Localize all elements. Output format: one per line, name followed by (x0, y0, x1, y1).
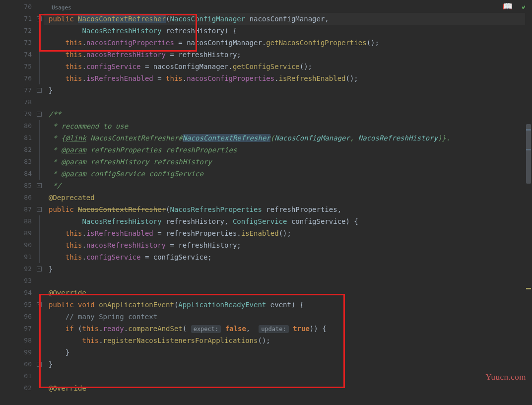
scroll-marker (526, 149, 531, 150)
fold-toggle[interactable]: − (37, 16, 42, 21)
code-line[interactable]: NacosRefreshHistory refreshHistory) { (44, 25, 532, 37)
code-line[interactable]: this.isRefreshEnabled = refreshPropertie… (44, 227, 532, 239)
line-number: 93 (0, 275, 32, 287)
code-line[interactable]: this.isRefreshEnabled = this.nacosConfig… (44, 72, 532, 84)
reader-mode-icon[interactable]: 📖 (503, 1, 513, 11)
code-line[interactable]: this.nacosRefreshHistory = refreshHistor… (44, 239, 532, 251)
code-area[interactable]: Usages public NacosContextRefresher(Naco… (44, 0, 532, 405)
code-line[interactable]: } (44, 358, 532, 370)
code-line[interactable]: } (44, 84, 532, 96)
line-number: 73 (0, 37, 32, 49)
code-line[interactable]: public NacosContextRefresher(NacosRefres… (44, 203, 532, 215)
code-line[interactable]: this.registerNacosListenersForApplicatio… (44, 335, 532, 346)
code-line[interactable]: } (44, 346, 532, 358)
line-number-gutter[interactable]: 70 71@ 72 73 74 75 76 77 78 79 80 81 82 … (0, 0, 35, 405)
code-line[interactable]: } (44, 263, 532, 275)
code-line[interactable]: this.configService = configService; (44, 251, 532, 263)
watermark: Yuucn.com (486, 372, 526, 382)
code-line[interactable]: @Deprecated (44, 192, 532, 203)
line-number: 78 (0, 96, 32, 108)
code-line[interactable]: /** (44, 108, 532, 120)
line-number: 98 (0, 335, 32, 346)
code-line[interactable]: * recommend to use (44, 120, 532, 132)
line-number: 70 (0, 1, 32, 13)
fold-toggle[interactable]: − (37, 88, 42, 93)
line-number: 74 (0, 49, 32, 61)
editor[interactable]: 70 71@ 72 73 74 75 76 77 78 79 80 81 82 … (0, 0, 532, 405)
code-line[interactable]: @Override (44, 382, 532, 394)
line-number: 85 (0, 180, 32, 192)
fold-gutter[interactable]: − − − − − − − − (35, 0, 44, 405)
line-number: 72 (0, 25, 32, 37)
selection-highlight: NacosContextRefresher (78, 15, 166, 23)
code-line[interactable]: if (this.ready.compareAndSet( expect: fa… (44, 323, 532, 335)
line-number: 80 (0, 120, 32, 132)
code-line[interactable]: * @param refreshHistory refreshHistory (44, 156, 532, 168)
code-line[interactable]: * @param configService configService (44, 168, 532, 180)
scroll-marker (526, 288, 531, 289)
line-number: 00 (0, 358, 32, 370)
fold-toggle[interactable]: − (37, 362, 42, 367)
line-number: 91 (0, 251, 32, 263)
code-line[interactable]: public void onApplicationEvent(Applicati… (44, 299, 532, 311)
line-number: 02 (0, 382, 32, 394)
line-number: 86 (0, 192, 32, 203)
line-number: 81 (0, 132, 32, 144)
line-number: 75 (0, 61, 32, 72)
code-line[interactable]: this.configService = nacosConfigManager.… (44, 61, 532, 72)
param-hint: update: (259, 325, 289, 333)
fold-toggle[interactable]: − (37, 302, 42, 307)
code-line[interactable]: // many Spring context (44, 311, 532, 323)
editor-top-icons: 📖 ✔ (503, 0, 527, 12)
line-number: 83 (0, 156, 32, 168)
code-line[interactable]: this.nacosConfigProperties = nacosConfig… (44, 37, 532, 49)
code-line[interactable]: public NacosContextRefresher(NacosConfig… (44, 13, 532, 25)
code-line[interactable]: NacosRefreshHistory refreshHistory, Conf… (44, 215, 532, 227)
code-line[interactable]: @Override (44, 287, 532, 299)
line-number: 97 (0, 323, 32, 335)
scroll-thumb[interactable] (526, 124, 531, 184)
line-number: 01 (0, 370, 32, 382)
line-number: 96 (0, 311, 32, 323)
line-number: 82 (0, 144, 32, 156)
line-number: 99 (0, 346, 32, 358)
code-line[interactable]: this.nacosRefreshHistory = refreshHistor… (44, 49, 532, 61)
line-number: 71@ (0, 13, 32, 25)
line-number: 79 (0, 108, 32, 120)
usages-inlay[interactable]: Usages (49, 4, 71, 11)
vertical-scrollbar[interactable] (525, 0, 532, 405)
line-number: 92 (0, 263, 32, 275)
scroll-marker (526, 129, 531, 131)
fold-toggle[interactable]: − (37, 267, 42, 271)
line-number: 84 (0, 168, 32, 180)
line-number: 94 (0, 287, 32, 299)
line-number: 89 (0, 227, 32, 239)
line-number: 90 (0, 239, 32, 251)
line-number: 95⬆ (0, 299, 32, 311)
line-number: 76 (0, 72, 32, 84)
code-line[interactable]: * @param refreshProperties refreshProper… (44, 144, 532, 156)
param-hint: expect: (191, 325, 221, 333)
fold-toggle[interactable]: − (37, 183, 42, 188)
line-number: 77 (0, 84, 32, 96)
fold-toggle[interactable]: − (37, 112, 42, 117)
code-line[interactable]: * {@link NacosContextRefresher#NacosCont… (44, 132, 532, 144)
line-number: 87@ (0, 203, 32, 215)
fold-toggle[interactable]: − (37, 207, 42, 212)
code-line[interactable]: */ (44, 180, 532, 192)
line-number: 88 (0, 215, 32, 227)
